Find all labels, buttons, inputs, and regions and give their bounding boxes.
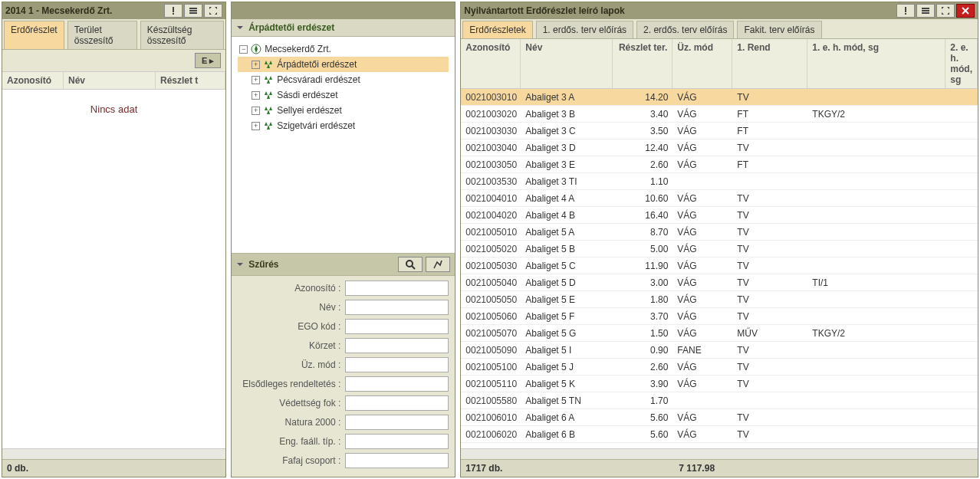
cell-id: 0021003530: [461, 175, 521, 189]
cell-ter: 5.00: [613, 242, 673, 256]
cell-ter: 10.60: [613, 192, 673, 205]
expander-icon[interactable]: −: [239, 45, 248, 54]
left-tab-erdoreszlet[interactable]: Erdőrészlet: [4, 21, 64, 49]
table-row[interactable]: 0021005020Abaliget 5 B5.00VÁGTV: [461, 241, 978, 258]
table-row[interactable]: 0021004020Abaliget 4 B16.40VÁGTV: [461, 207, 978, 224]
filter-input-2[interactable]: [345, 319, 449, 334]
table-row[interactable]: 0021003040Abaliget 3 D12.40VÁGTV: [461, 139, 978, 156]
filter-input-0[interactable]: [345, 281, 449, 296]
tree-node[interactable]: +Árpádtetői erdészet: [238, 57, 449, 72]
cell-nev: Abaliget 3 D: [521, 141, 613, 155]
tree-section-head[interactable]: Árpádtetői erdészet: [232, 19, 455, 37]
table-row[interactable]: 0021006010Abaliget 6 A5.60VÁGTV: [461, 409, 978, 426]
left-expand-button[interactable]: [204, 4, 222, 18]
tree-root[interactable]: − Mecsekerdő Zrt.: [238, 41, 449, 57]
left-col-azonosito[interactable]: Azonosító: [2, 72, 64, 89]
tree-node[interactable]: +Sásdi erdészet: [238, 87, 449, 103]
cell-ter: 1.50: [613, 326, 673, 340]
col-eh2[interactable]: 2. e. h. mód, sg: [945, 39, 978, 88]
filter-input-5[interactable]: [345, 376, 449, 392]
filter-section-head[interactable]: Szűrés: [232, 253, 455, 276]
left-scrollbar-h[interactable]: [2, 448, 225, 459]
left-warn-button[interactable]: [164, 4, 183, 18]
tree-node[interactable]: +Pécsváradi erdészet: [238, 72, 449, 87]
table-row[interactable]: 0021003010Abaliget 3 A14.20VÁGTV: [461, 89, 978, 106]
expander-icon[interactable]: +: [252, 61, 260, 69]
right-expand-button[interactable]: [936, 4, 955, 18]
col-rend[interactable]: 1. Rend: [732, 39, 807, 88]
cell-rend: FT: [732, 124, 807, 138]
table-row[interactable]: 0021005040Abaliget 5 D3.00VÁGTVTI/1: [461, 274, 978, 291]
right-warn-button[interactable]: [896, 4, 915, 18]
cell-eh2: [945, 146, 961, 149]
cell-nev: Abaliget 3 E: [521, 158, 613, 172]
filter-input-9[interactable]: [345, 453, 449, 468]
table-row[interactable]: 0021005010Abaliget 5 A8.70VÁGTV: [461, 224, 978, 241]
table-row[interactable]: 0021005050Abaliget 5 E1.80VÁGTV: [461, 291, 978, 308]
cell-ter: 2.60: [613, 158, 673, 172]
left-statusbar: 0 db.: [2, 459, 225, 477]
filter-row: Natura 2000 :: [238, 415, 449, 430]
left-col-nev[interactable]: Név: [64, 72, 156, 89]
left-col-reszlet[interactable]: Részlet t: [156, 72, 225, 89]
filter-input-7[interactable]: [345, 415, 449, 430]
table-row[interactable]: 0021005070Abaliget 5 G1.50VÁGMŰVTKGY/2: [461, 325, 978, 342]
right-statusbar: 1717 db. 7 117.98: [461, 459, 978, 477]
right-list-button[interactable]: [916, 4, 935, 18]
expander-icon[interactable]: +: [252, 107, 260, 115]
tree-node[interactable]: +Szigetvári erdészet: [238, 118, 449, 133]
table-row[interactable]: 0021006020Abaliget 6 B5.60VÁGTV: [461, 426, 978, 443]
expander-icon[interactable]: +: [252, 91, 260, 100]
right-tab-erdos2[interactable]: 2. erdős. terv előírás: [636, 21, 734, 38]
right-tab-erdos1[interactable]: 1. erdős. terv előírás: [536, 21, 633, 38]
cell-eh2: [945, 248, 961, 251]
right-tab-fakit[interactable]: Fakit. terv előírás: [737, 21, 821, 38]
col-reszletter[interactable]: Részlet ter.: [613, 39, 673, 88]
cell-eh1: [807, 315, 945, 318]
table-row[interactable]: 0021003020Abaliget 3 B3.40VÁGFTTKGY/2: [461, 106, 978, 123]
tree-view[interactable]: − Mecsekerdő Zrt. +Árpádtetői erdészet+P…: [232, 37, 455, 253]
expander-icon[interactable]: +: [252, 76, 260, 84]
clear-filter-button[interactable]: [426, 257, 450, 272]
table-row[interactable]: 0021005030Abaliget 5 C11.90VÁGTV: [461, 258, 978, 274]
search-button[interactable]: [398, 257, 423, 272]
col-eh1[interactable]: 1. e. h. mód, sg: [807, 39, 945, 88]
close-button[interactable]: [956, 4, 975, 18]
forest-icon: [263, 90, 274, 100]
tree-root-label: Mecsekerdő Zrt.: [265, 44, 331, 54]
cell-id: 0021003020: [461, 107, 521, 121]
left-tab-terulet[interactable]: Terület összesítő: [67, 21, 137, 49]
cell-eh1: [807, 298, 945, 301]
col-azonosito[interactable]: Azonosító: [461, 39, 521, 88]
table-row[interactable]: 0021005100Abaliget 5 J2.60VÁGTV: [461, 359, 978, 376]
table-row[interactable]: 0021005580Abaliget 5 TN1.70: [461, 392, 978, 409]
left-list-button[interactable]: [184, 4, 202, 18]
right-table-body[interactable]: 0021003010Abaliget 3 A14.20VÁGTV00210030…: [461, 89, 978, 448]
filter-input-8[interactable]: [345, 434, 449, 449]
table-row[interactable]: 0021005090Abaliget 5 I0.90FANETV: [461, 342, 978, 359]
table-row[interactable]: 0021005060Abaliget 5 F3.70VÁGTV: [461, 308, 978, 325]
table-row[interactable]: 0021003030Abaliget 3 C3.50VÁGFT: [461, 123, 978, 139]
filter-input-6[interactable]: [345, 395, 449, 411]
right-tab-erdoreszletek[interactable]: Erdőrészletek: [462, 21, 532, 38]
table-row[interactable]: 0021003050Abaliget 3 E2.60VÁGFT: [461, 156, 978, 173]
col-uzmod[interactable]: Üz. mód: [673, 39, 732, 88]
export-button[interactable]: E ▸: [195, 53, 221, 68]
cell-rend: TV: [732, 411, 807, 425]
table-row[interactable]: 0021004010Abaliget 4 A10.60VÁGTV: [461, 190, 978, 207]
filter-input-1[interactable]: [345, 300, 449, 315]
table-row[interactable]: 0021003530Abaliget 3 TI1.10: [461, 173, 978, 190]
cell-eh1: [807, 180, 945, 183]
expander-icon[interactable]: +: [252, 122, 260, 130]
cell-eh2: [945, 264, 961, 267]
mid-titlebar: [232, 2, 455, 19]
left-tab-keszultseg[interactable]: Készültség összesítő: [140, 21, 224, 49]
col-nev[interactable]: Név: [521, 39, 613, 88]
filter-input-3[interactable]: [345, 338, 449, 353]
tree-node[interactable]: +Sellyei erdészet: [238, 103, 449, 118]
table-row[interactable]: 0021005110Abaliget 5 K3.90VÁGTV: [461, 376, 978, 392]
filter-input-4[interactable]: [345, 357, 449, 372]
cell-eh1: [807, 231, 945, 234]
right-scrollbar-h[interactable]: [461, 448, 978, 459]
cell-nev: Abaliget 3 A: [521, 90, 613, 104]
